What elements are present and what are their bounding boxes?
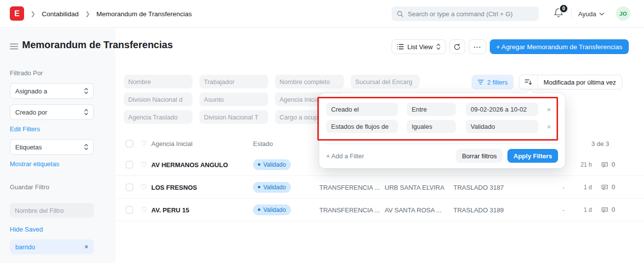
select-chevrons-icon	[84, 109, 88, 116]
row-name[interactable]: AV. PERU 15	[151, 206, 189, 213]
table-row[interactable]: ♡ AV. PERU 15 Validado TRANSFERENCIA ...…	[115, 199, 644, 221]
app-logo[interactable]: E	[10, 6, 24, 21]
remove-filter-icon[interactable]: ×	[547, 122, 551, 131]
list-view-icon	[397, 44, 404, 50]
heart-icon[interactable]: ♡	[140, 160, 147, 169]
clear-filters-button[interactable]: Borrar filtros	[456, 149, 503, 163]
sort-control: Modificada por última vez	[519, 75, 622, 89]
navbar: E ❯ Contabilidad ❯ Memorandum de Transfe…	[0, 0, 644, 28]
saved-filter-name: barrido	[15, 243, 35, 251]
like-filter-icon[interactable]: ♡	[140, 139, 147, 148]
chevron-down-icon	[599, 12, 604, 16]
refresh-button[interactable]	[449, 39, 465, 54]
page-head: Memorandum de Transferencias List View ·…	[0, 38, 644, 55]
filter-popup: Creado el Entre 09-02-2026 a 10-02 × Est…	[319, 93, 565, 168]
row-agency: AV SANTA ROSA ...	[385, 206, 442, 213]
filter-field-trabajador[interactable]	[199, 75, 268, 88]
assigned-to-select[interactable]: Asignado a	[10, 83, 94, 99]
remove-filter-icon[interactable]: ×	[547, 105, 551, 114]
row-assigned: -	[562, 206, 564, 213]
page-actions: List View ··· + Agregar Memorandum de Tr…	[392, 39, 629, 54]
filter-field-nombre-completo[interactable]	[275, 75, 344, 88]
tags-label: Etiquetas	[15, 144, 42, 151]
popup-footer: + Add a Filter Borrar filtros Apply Filt…	[326, 149, 558, 163]
show-tags-link[interactable]: Mostrar etiquetas	[10, 160, 106, 168]
filter-row: Estados de flujos de Iguales Validado ×	[326, 120, 551, 133]
row-name[interactable]: AV HERMANOS ANGULO	[151, 161, 228, 168]
add-document-button[interactable]: + Agregar Memorandum de Transferencias	[490, 39, 629, 54]
filter-field-nombre[interactable]	[124, 75, 193, 88]
filter-fieldname-select[interactable]: Estados de flujos de	[326, 120, 398, 133]
comment-icon	[601, 206, 609, 214]
filter-value-input[interactable]: 09-02-2026 a 10-02	[466, 103, 538, 116]
column-header-status[interactable]: Estado	[253, 140, 273, 147]
filter-field-sucursal[interactable]	[351, 75, 420, 88]
row-agency: URB SANTA ELVIRA	[385, 183, 445, 191]
row-checkbox[interactable]	[126, 161, 133, 168]
notifications-button[interactable]: 0	[553, 7, 566, 20]
column-header-name[interactable]: Agencia Inicial	[151, 140, 193, 147]
filter-fieldname-select[interactable]: Creado el	[326, 103, 398, 116]
filter-operator-select[interactable]: Entre	[407, 103, 456, 116]
filter-tools: 2 filters Modificada por última vez	[472, 75, 622, 89]
apply-filters-button[interactable]: Apply Filters	[507, 149, 558, 163]
comment-count: 0	[601, 206, 615, 214]
row-subject: TRANSFERENCIA ...	[319, 206, 380, 213]
result-count: 3 de 3	[591, 140, 609, 147]
comment-count: 0	[601, 161, 615, 169]
tags-select[interactable]: Etiquetas	[10, 139, 94, 155]
hide-saved-link[interactable]: Hide Saved	[10, 226, 106, 233]
saved-filter-chip[interactable]: barrido ×	[10, 239, 94, 254]
page-title: Memorandum de Transferencias	[22, 39, 173, 51]
filter-count-button[interactable]: 2 filters	[472, 75, 514, 89]
add-filter-link[interactable]: + Add a Filter	[326, 152, 456, 160]
row-name[interactable]: LOS FRESNOS	[151, 183, 197, 191]
chevron-right-icon: ❯	[85, 10, 90, 17]
select-all-checkbox[interactable]	[126, 140, 133, 147]
row-transfer: TRASLADO 3187	[453, 183, 504, 191]
heart-icon[interactable]: ♡	[140, 183, 147, 192]
heart-icon[interactable]: ♡	[140, 205, 147, 214]
list-sidebar: Filtrado Por Asignado a Creado por Edit …	[0, 28, 115, 263]
sort-descending-icon	[525, 79, 532, 85]
sort-direction-button[interactable]	[519, 75, 537, 89]
filter-name-input[interactable]	[10, 203, 94, 218]
save-filter-label: Guardar Filtro	[10, 183, 106, 191]
row-transfer: TRASLADO 3189	[453, 206, 504, 213]
breadcrumb-module[interactable]: Contabilidad	[42, 10, 79, 18]
status-badge: Validado	[253, 159, 291, 170]
filter-value-input[interactable]: Validado	[466, 120, 538, 133]
created-by-select[interactable]: Creado por	[10, 104, 94, 120]
search-placeholder: Search or type a command (Ctrl + G)	[408, 10, 513, 18]
more-menu-button[interactable]: ···	[469, 39, 486, 54]
table-row[interactable]: ♡ LOS FRESNOS Validado TRANSFERENCIA ...…	[115, 176, 644, 199]
row-modified: 21 h	[567, 161, 592, 168]
filter-field-division-nacional-t[interactable]	[199, 110, 268, 124]
status-dot	[258, 186, 260, 188]
filter-field-agencia-traslado[interactable]	[124, 110, 193, 124]
filter-icon	[477, 80, 484, 85]
user-avatar[interactable]: JO	[616, 6, 630, 21]
breadcrumb-doctype[interactable]: Memorandum de Transferencias	[96, 10, 192, 18]
sidebar-toggle-icon[interactable]	[10, 43, 18, 50]
help-menu[interactable]: Ayuda	[578, 0, 604, 28]
notification-count-badge: 0	[559, 4, 568, 13]
row-assigned: -	[562, 183, 564, 191]
view-switcher-label: List View	[407, 43, 433, 51]
view-switcher-button[interactable]: List View	[392, 39, 446, 54]
filter-field-asunto[interactable]	[199, 92, 268, 106]
row-checkbox[interactable]	[126, 206, 133, 213]
help-label: Ayuda	[578, 10, 596, 18]
filter-count-label: 2 filters	[487, 79, 508, 86]
close-icon[interactable]: ×	[84, 243, 88, 251]
row-checkbox[interactable]	[126, 183, 133, 191]
filter-by-label: Filtrado Por	[10, 69, 106, 77]
row-modified: 1 d	[567, 184, 592, 191]
search-input[interactable]: Search or type a command (Ctrl + G)	[392, 6, 539, 21]
filter-field-division-nacional[interactable]	[124, 92, 193, 106]
sort-field-button[interactable]: Modificada por última vez	[537, 75, 622, 89]
created-by-label: Creado por	[15, 109, 47, 116]
edit-filters-link[interactable]: Edit Filters	[10, 125, 106, 133]
filter-operator-select[interactable]: Iguales	[407, 120, 456, 133]
status-dot	[258, 163, 260, 166]
